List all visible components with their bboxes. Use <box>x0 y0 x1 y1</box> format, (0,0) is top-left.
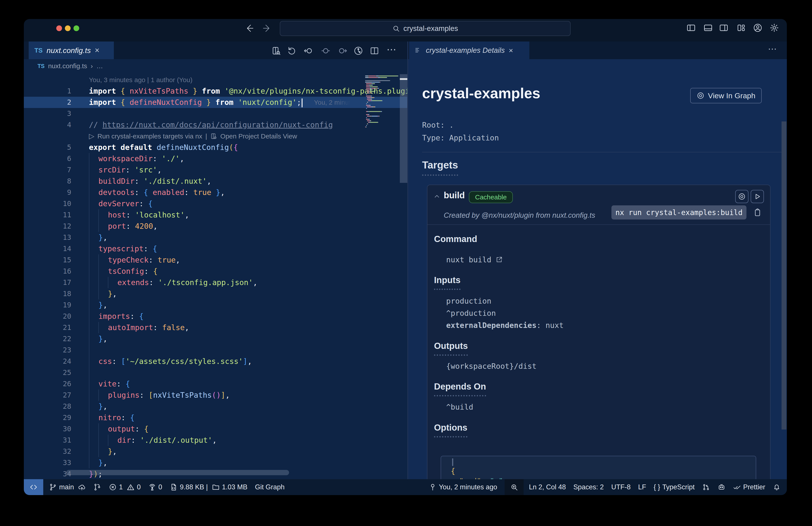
double-check-icon <box>733 483 741 491</box>
list-selection-icon <box>415 47 422 54</box>
tab-nuxt-config[interactable]: TS nuxt.config.ts × <box>29 42 114 59</box>
indentation-item[interactable]: Spaces: 2 <box>573 483 604 491</box>
code-line: 11host: 'localhost', <box>24 209 407 221</box>
editor-more-actions-icon[interactable]: ⋯ <box>387 44 396 54</box>
git-branch-item[interactable]: main <box>49 483 86 491</box>
toggle-panel-icon[interactable] <box>703 23 713 33</box>
code-token <box>98 288 108 299</box>
folder-icon <box>212 483 220 491</box>
previous-change-icon[interactable] <box>303 46 313 56</box>
minimap-line <box>365 114 398 115</box>
blame-text: You, 2 minutes ago <box>439 483 497 491</box>
minimize-window-button[interactable] <box>65 25 71 31</box>
code-token: : <box>144 267 153 275</box>
current-change-icon[interactable] <box>321 46 331 56</box>
cursor-position-item[interactable]: Ln 2, Col 48 <box>529 483 566 491</box>
problems-item[interactable]: 1 0 <box>109 483 141 491</box>
panel-more-actions-icon[interactable]: ⋯ <box>768 44 778 54</box>
code-line: 14typescript: { <box>24 243 407 254</box>
command-item[interactable]: nuxt build <box>446 255 503 264</box>
code-token <box>98 221 108 232</box>
encoding-item[interactable]: UTF-8 <box>611 483 630 491</box>
breadcrumb-file[interactable]: nuxt.config.ts <box>48 62 87 70</box>
external-link-icon[interactable] <box>495 256 503 264</box>
code-token: , <box>253 278 257 287</box>
code-token: , <box>207 177 211 185</box>
code-token: } <box>108 289 112 298</box>
navigate-forward-icon[interactable] <box>262 24 272 33</box>
settings-gear-icon[interactable] <box>769 23 779 33</box>
code-token <box>89 333 98 344</box>
code-token: './' <box>162 154 180 163</box>
view-target-in-graph-button[interactable] <box>735 190 749 203</box>
project-details-icon[interactable] <box>210 133 217 140</box>
codelens-open[interactable]: Open Project Details View <box>220 130 297 142</box>
code-token <box>89 187 98 198</box>
code-editor[interactable]: You, 3 minutes ago | 1 author (You)1impo… <box>24 74 407 479</box>
next-change-icon[interactable] <box>338 46 348 56</box>
toggle-secondary-sidebar-icon[interactable] <box>719 23 729 33</box>
breadcrumb[interactable]: TS nuxt.config.ts › … <box>38 62 103 70</box>
close-panel-tab-icon[interactable]: × <box>509 47 513 54</box>
code-token: , <box>157 166 161 174</box>
nx-run-command-chip[interactable]: nx run crystal-examples:build <box>611 205 746 219</box>
view-in-graph-button[interactable]: View In Graph <box>690 88 762 103</box>
collapse-chevron-icon[interactable] <box>433 193 441 200</box>
codelens-run[interactable]: Run crystal-examples targets via nx <box>98 130 202 142</box>
line-number: 16 <box>24 266 71 277</box>
customize-layout-icon[interactable] <box>736 23 746 33</box>
ports-item[interactable]: 0 <box>148 483 162 491</box>
prettier-item[interactable]: Prettier <box>733 483 765 491</box>
code-token: defineNuxtConfig <box>157 143 229 152</box>
line-number: 17 <box>24 277 71 288</box>
language-mode-item[interactable]: { } TypeScript <box>654 483 695 491</box>
run-target-button[interactable] <box>751 190 764 203</box>
error-count: 1 <box>119 483 123 491</box>
close-window-button[interactable] <box>56 25 62 31</box>
blame-item[interactable]: You, 2 minutes ago <box>429 483 497 491</box>
copy-command-icon[interactable] <box>753 208 762 217</box>
feedback-robot-icon[interactable] <box>717 483 725 491</box>
toggle-primary-sidebar-icon[interactable] <box>686 23 696 33</box>
options-json-box[interactable]: { "cwd": "." } <box>441 456 756 479</box>
split-editor-icon[interactable] <box>369 46 379 56</box>
code-token: : <box>148 256 158 264</box>
eol-item[interactable]: LF <box>638 483 646 491</box>
zoom-window-button[interactable] <box>73 25 79 31</box>
account-icon[interactable] <box>753 23 763 33</box>
minimap[interactable] <box>365 75 398 128</box>
code-token: , <box>225 390 230 399</box>
editor-scrollbar-thumb[interactable] <box>400 74 407 183</box>
gitlens-graph-icon[interactable] <box>353 46 363 56</box>
code-token: : <box>112 357 121 366</box>
notifications-bell-icon[interactable] <box>773 483 781 491</box>
navigate-back-icon[interactable] <box>245 24 254 33</box>
open-changes-icon[interactable] <box>271 46 281 56</box>
command-center-search[interactable]: crystal-examples <box>280 21 570 36</box>
git-graph-item[interactable]: Git Graph <box>255 483 285 491</box>
code-token: { <box>144 188 153 197</box>
run-icon[interactable]: ▷ <box>89 130 95 142</box>
pull-request-icon[interactable] <box>702 483 710 491</box>
breadcrumb-more[interactable]: … <box>97 62 103 70</box>
tab-project-details[interactable]: crystal-examples Details × <box>409 42 530 59</box>
vscode-window: crystal-examples TS nuxt.config.ts × <box>24 19 787 495</box>
code-line: 8buildDir: './dist/.nuxt', <box>24 175 407 187</box>
ports-count: 0 <box>158 483 162 491</box>
zoom-indicator[interactable] <box>505 479 524 495</box>
code-token: true <box>158 256 176 264</box>
code-line: 6workspaceDir: './', <box>24 153 407 164</box>
remote-indicator[interactable] <box>24 479 43 495</box>
line-number: 5 <box>24 142 71 153</box>
file-size-item[interactable]: 9.88 KB | 1.03 MB <box>170 483 247 491</box>
target-name[interactable]: build <box>444 190 465 200</box>
code-token <box>89 221 98 232</box>
project-details-panel: crystal-examples View In Graph Root: . T… <box>408 59 787 479</box>
panel-scrollbar-thumb[interactable] <box>782 122 786 429</box>
discard-changes-icon[interactable] <box>287 46 296 56</box>
close-tab-icon[interactable]: × <box>95 46 99 54</box>
editor-horizontal-scrollbar[interactable] <box>66 470 289 475</box>
git-compare-item[interactable] <box>93 483 101 491</box>
code-token: { <box>126 379 130 388</box>
code-token: port <box>108 222 126 230</box>
